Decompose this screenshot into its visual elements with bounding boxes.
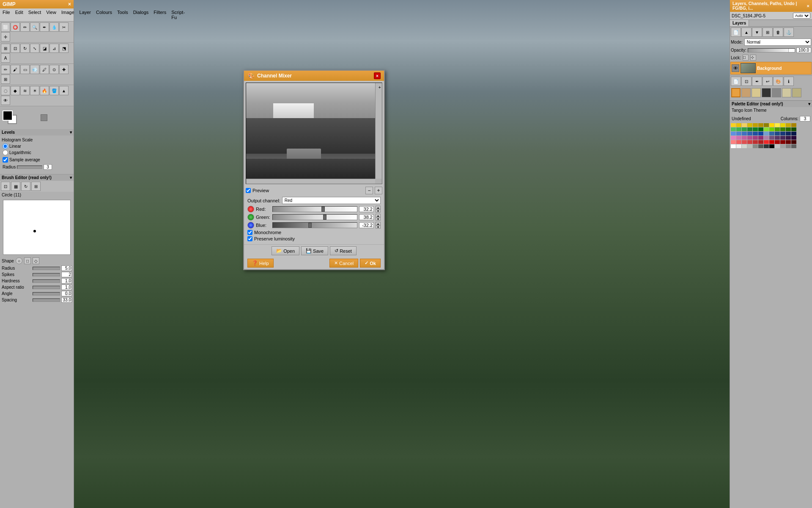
color-red-1[interactable] xyxy=(731,140,736,144)
tool-rotate[interactable]: ↻ xyxy=(20,44,30,53)
layer-duplicate-icon[interactable]: ⊞ xyxy=(763,28,773,37)
zoom-plus-icon[interactable]: + xyxy=(379,85,381,90)
info-icon[interactable]: ℹ xyxy=(784,77,794,86)
color-green-1[interactable] xyxy=(731,127,736,131)
menu-image[interactable]: Image xyxy=(60,9,75,20)
red-channel-value[interactable]: 32.2 xyxy=(359,206,374,212)
layer-background-item[interactable]: 👁 Background xyxy=(730,62,812,75)
color-green-4[interactable] xyxy=(747,127,752,131)
color-purple-10[interactable] xyxy=(780,136,785,140)
preview-scrollbar-vertical[interactable]: + xyxy=(375,83,382,179)
color-blue-7[interactable] xyxy=(764,132,769,135)
color-blue-5[interactable] xyxy=(753,132,758,135)
tool-pencil[interactable]: ✏ xyxy=(1,65,10,74)
tool-path[interactable]: ✒ xyxy=(40,22,49,32)
brush-angle-slider[interactable] xyxy=(33,292,60,295)
swatch-5[interactable] xyxy=(772,88,781,97)
menu-view[interactable]: View xyxy=(45,9,57,20)
shape-diamond[interactable]: ◇ xyxy=(33,257,39,264)
color-red-2[interactable] xyxy=(736,140,741,144)
brush-editor-collapse-icon[interactable]: ▾ xyxy=(70,175,72,180)
brush-tool-1[interactable]: ⊡ xyxy=(1,182,10,191)
color-black[interactable] xyxy=(769,144,774,148)
color-purple-11[interactable] xyxy=(786,136,791,140)
color-silver-1[interactable] xyxy=(775,144,780,148)
zoom-in-btn[interactable]: + xyxy=(375,187,382,194)
color-yellow-11[interactable] xyxy=(786,123,791,127)
radius-value[interactable]: 3 xyxy=(44,164,52,170)
tool-burn[interactable]: 🔥 xyxy=(40,86,49,95)
tool-lasso[interactable]: ✏ xyxy=(20,22,30,32)
color-gray-6[interactable] xyxy=(764,144,769,148)
tool-dodge[interactable]: ☀ xyxy=(30,86,39,95)
tool-perspective-clone[interactable]: ⊞ xyxy=(1,75,10,84)
color-blue-3[interactable] xyxy=(742,132,747,135)
color-red-10[interactable] xyxy=(780,140,785,144)
tool-perspective[interactable]: ⊿ xyxy=(49,44,59,53)
color-blue-4[interactable] xyxy=(747,132,752,135)
preserve-luminosity-checkbox[interactable] xyxy=(247,236,252,241)
green-slider-thumb[interactable] xyxy=(323,215,326,220)
color-red-7[interactable] xyxy=(764,140,769,144)
color-blue-12[interactable] xyxy=(791,132,796,135)
color-green-6[interactable] xyxy=(758,127,763,131)
tool-move[interactable]: ✛ xyxy=(1,32,10,41)
opacity-slider[interactable] xyxy=(748,48,795,52)
color-yellow-8[interactable] xyxy=(769,123,774,127)
foreground-color[interactable] xyxy=(3,110,13,121)
color-yellow-9[interactable] xyxy=(775,123,780,127)
color-yellow-7[interactable] xyxy=(764,123,769,127)
linear-option[interactable]: Linear xyxy=(3,144,71,149)
dialog-titlebar[interactable]: 🎨 Channel Mixer × xyxy=(244,71,384,81)
brush-hardness-slider[interactable] xyxy=(33,279,60,283)
lock-position-btn[interactable]: ⊹ xyxy=(750,55,756,61)
swatch-3[interactable] xyxy=(752,88,761,97)
color-gray-2[interactable] xyxy=(742,144,747,148)
color-red-12[interactable] xyxy=(791,140,796,144)
fg-swatch[interactable] xyxy=(731,88,741,97)
color-yellow-12[interactable] xyxy=(791,123,796,127)
output-channel-select[interactable]: Red Green Blue xyxy=(282,197,381,204)
color-red-3[interactable] xyxy=(742,140,747,144)
tool-blend[interactable]: ▲ xyxy=(59,86,69,95)
channels-icon[interactable]: ⊡ xyxy=(741,77,752,86)
red-spin-up[interactable]: ▲ xyxy=(376,206,381,209)
brush-spikes-slider[interactable] xyxy=(33,273,60,276)
tool-ellipse-select[interactable]: ⭕ xyxy=(11,22,20,32)
auto-select[interactable]: Auto xyxy=(793,13,810,19)
tool-sharpen[interactable]: ◆ xyxy=(11,86,20,95)
color-gray-5[interactable] xyxy=(758,144,763,148)
color-blue-11[interactable] xyxy=(786,132,791,135)
brush-aspect-slider[interactable] xyxy=(33,286,60,289)
tool-smudge[interactable]: ≋ xyxy=(20,86,30,95)
brush-aspect-value[interactable]: 1.0 xyxy=(61,284,72,290)
open-btn[interactable]: 📂 Open xyxy=(272,246,299,255)
color-green-11[interactable] xyxy=(786,127,791,131)
color-green-5[interactable] xyxy=(753,127,758,131)
color-red-5[interactable] xyxy=(753,140,758,144)
blue-channel-slider[interactable] xyxy=(272,222,357,228)
color-blue-10[interactable] xyxy=(780,132,785,135)
color-blue-1[interactable] xyxy=(731,132,736,135)
tool-heal[interactable]: ✚ xyxy=(59,65,69,74)
color-red-8[interactable] xyxy=(769,140,774,144)
menu-select[interactable]: Select xyxy=(27,9,42,20)
color-blue-2[interactable] xyxy=(736,132,741,135)
swatch-6[interactable] xyxy=(782,88,791,97)
cancel-btn[interactable]: ✕ Cancel xyxy=(329,259,358,268)
menu-filters[interactable]: Filters xyxy=(153,9,167,20)
menu-file[interactable]: File xyxy=(2,9,11,20)
layer-new-icon[interactable]: 📄 xyxy=(731,28,741,37)
mode-select[interactable]: Normal xyxy=(744,39,811,46)
save-btn[interactable]: 💾 Save xyxy=(301,246,328,255)
color-yellow-10[interactable] xyxy=(780,123,785,127)
tool-paintbrush[interactable]: 🖌 xyxy=(11,65,20,74)
tool-blur[interactable]: ◌ xyxy=(1,86,10,95)
color-purple-12[interactable] xyxy=(791,136,796,140)
brush-spacing-slider[interactable] xyxy=(33,298,60,302)
brush-hardness-value[interactable]: 1.0 xyxy=(61,278,72,284)
fg-bg-icon[interactable]: 🎨 xyxy=(773,77,783,86)
brush-radius-value[interactable]: 5.0 xyxy=(61,265,72,271)
color-green-7[interactable] xyxy=(764,127,769,131)
brush-tool-3[interactable]: ↻ xyxy=(21,182,30,191)
